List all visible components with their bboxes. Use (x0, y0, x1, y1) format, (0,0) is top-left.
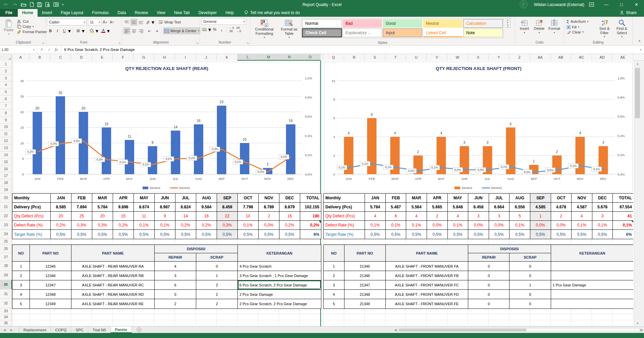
cell-style-bad[interactable]: Bad (342, 19, 382, 28)
total-delivery-pcs[interactable]: 102.155 (300, 203, 321, 212)
quick-editor-icon[interactable] (53, 2, 59, 7)
cell-h34[interactable] (154, 314, 175, 320)
parts-partno-12347[interactable]: 12347 (30, 280, 71, 290)
cell-target-rate-jan[interactable]: 0,5% (51, 230, 71, 239)
menu-tab-help[interactable]: Help (221, 9, 238, 17)
cell-t33[interactable] (385, 308, 406, 314)
scroll-down-icon[interactable]: ▼ (634, 320, 641, 326)
parts-partno-21346[interactable]: 21346 (344, 271, 386, 280)
parts-repair-2[interactable]: 0 (468, 271, 509, 280)
total-header[interactable]: TOTAL (300, 194, 321, 203)
cell-t25[interactable] (385, 239, 406, 245)
cell-target-rate-jun[interactable]: 0,5% (468, 230, 489, 239)
vertical-scroll-thumb[interactable] (635, 68, 640, 118)
parts-header-part-no[interactable]: PART NO (30, 245, 71, 262)
clear-button[interactable]: Clear▾ (566, 29, 595, 35)
cell-y33[interactable] (489, 308, 509, 314)
comma-style-button[interactable]: , (218, 26, 225, 33)
cell-qty-defect-pcs-feb[interactable]: 6 (386, 212, 407, 221)
next-sheet-icon[interactable]: ▶ (10, 328, 13, 332)
cell-style-linked-cell[interactable]: Linked Cell (423, 28, 463, 37)
cell-e35[interactable] (92, 320, 113, 326)
cell-g34[interactable] (133, 314, 154, 320)
cell-qty-defect-pcs-jun[interactable]: 9 (155, 212, 175, 221)
cell-target-rate-may[interactable]: 0,5% (134, 230, 155, 239)
cell-q35[interactable] (323, 320, 344, 326)
parts-scrap-4[interactable]: 2 (196, 290, 238, 299)
cell-s25[interactable] (365, 239, 385, 245)
cell-target-rate-jun[interactable]: 0,5% (155, 230, 175, 239)
cell-j33[interactable] (196, 308, 217, 314)
sheet-tab-replacement[interactable]: Replacement (19, 327, 51, 333)
align-bottom-icon[interactable] (138, 19, 144, 25)
cell-target-rate-apr[interactable]: 0,5% (113, 230, 134, 239)
parts-keterangan-1[interactable] (551, 262, 633, 271)
parts-header-part-name[interactable]: PART NAME (71, 245, 155, 262)
row-header-28[interactable]: 28 (0, 261, 12, 271)
month-header-jun[interactable]: JUN (468, 194, 489, 203)
parts-name-2[interactable]: AXLE SHAFT - REAR MANUVER RB (71, 271, 155, 280)
parts-name-3[interactable]: AXLE SHAFT - FRONT MANUVER FC (386, 280, 468, 290)
cut-button[interactable]: Cut (16, 19, 48, 24)
column-header-m[interactable]: M (258, 54, 279, 61)
month-header-aug[interactable]: AUG (196, 194, 217, 203)
cell-aa34[interactable] (530, 314, 551, 320)
cell-target-rate-sep[interactable]: 0,5% (217, 230, 238, 239)
parts-repair-4[interactable]: 0 (155, 290, 196, 299)
font-dialog-launcher-icon[interactable]: ↘ (118, 41, 121, 45)
cell-r33[interactable] (344, 308, 365, 314)
parts-name-2[interactable]: AXLE SHAFT - FRONT MANUVER FB (386, 271, 468, 280)
cell-m25[interactable] (258, 239, 279, 245)
month-header-mar[interactable]: MAR (92, 194, 113, 203)
column-header-l[interactable]: L (237, 54, 258, 61)
sheet-tab-spc[interactable]: SPC (71, 327, 88, 333)
cell-a35[interactable] (12, 320, 30, 326)
cell-defect-rate-apr[interactable]: 0,2% (113, 221, 134, 230)
percent-style-button[interactable]: % (211, 26, 218, 33)
parts-repair-1[interactable]: 0 (468, 262, 509, 271)
cell-i33[interactable] (175, 308, 196, 314)
menu-tab-developer[interactable]: Developer (194, 9, 221, 17)
parts-no-2[interactable]: 2 (324, 271, 344, 280)
column-header-ae[interactable]: AE (612, 54, 633, 61)
cell-delivery-pcs-may[interactable]: 5.848 (448, 203, 469, 212)
row-header-19[interactable]: 19 (0, 186, 12, 193)
scroll-right-icon[interactable]: ▶ (639, 328, 644, 332)
parts-partno-21347[interactable]: 21347 (344, 280, 386, 290)
cell-l35[interactable] (237, 320, 258, 326)
cell-c34[interactable] (50, 314, 71, 320)
column-header-j[interactable]: J (196, 54, 217, 61)
cell-qty-defect-pcs-jan[interactable]: 20 (51, 212, 71, 221)
column-header-b[interactable]: B (30, 54, 50, 61)
parts-partno-21349[interactable]: 21349 (344, 299, 386, 309)
menu-tab-page-layout[interactable]: Page Layout (56, 9, 88, 17)
parts-scrap-4[interactable]: 0 (509, 290, 551, 299)
column-header-ab[interactable]: AB (551, 54, 572, 61)
horizontal-scrollbar[interactable]: ◀ ▶ (393, 327, 644, 333)
print-preview-icon[interactable] (45, 2, 50, 7)
cell-ab33[interactable] (551, 308, 572, 314)
cell-target-rate-jan[interactable]: 0,5% (365, 230, 386, 239)
expand-formula-bar-icon[interactable]: ▾ (637, 46, 644, 54)
cell-target-rate-sep[interactable]: 0,5% (530, 230, 551, 239)
cell-defect-rate-mar[interactable]: 0,3% (92, 221, 113, 230)
cell-qty-defect-pcs-apr[interactable]: 15 (113, 212, 134, 221)
cell-qty-defect-pcs-may[interactable]: 11 (134, 212, 155, 221)
row-header-10[interactable]: 10 (0, 124, 12, 131)
borders-icon[interactable]: ⊞ (75, 27, 82, 34)
vertical-scrollbar[interactable]: ▲ ▼ (634, 61, 641, 326)
cell-e34[interactable] (92, 314, 113, 320)
column-header-y[interactable]: Y (489, 54, 509, 61)
parts-header-keterangan[interactable]: KETERANGAN (238, 245, 321, 262)
total-header[interactable]: TOTAL (613, 194, 633, 203)
cell-q25[interactable] (323, 239, 344, 245)
total-delivery-pcs[interactable]: 67.554 (613, 203, 633, 212)
cell-p34[interactable] (321, 314, 323, 320)
increase-decimal-icon[interactable]: ←.0.00 (228, 26, 235, 33)
cell-k25[interactable] (217, 239, 237, 245)
total-target-rate[interactable]: 6% (300, 230, 321, 239)
parts-keterangan-2[interactable]: 3 Pcs Gear Scratch , 1 Pcs Gear Damage (238, 271, 321, 280)
cell-n34[interactable] (279, 314, 300, 320)
month-header-jul[interactable]: JUL (175, 194, 196, 203)
cell-g35[interactable] (133, 320, 154, 326)
